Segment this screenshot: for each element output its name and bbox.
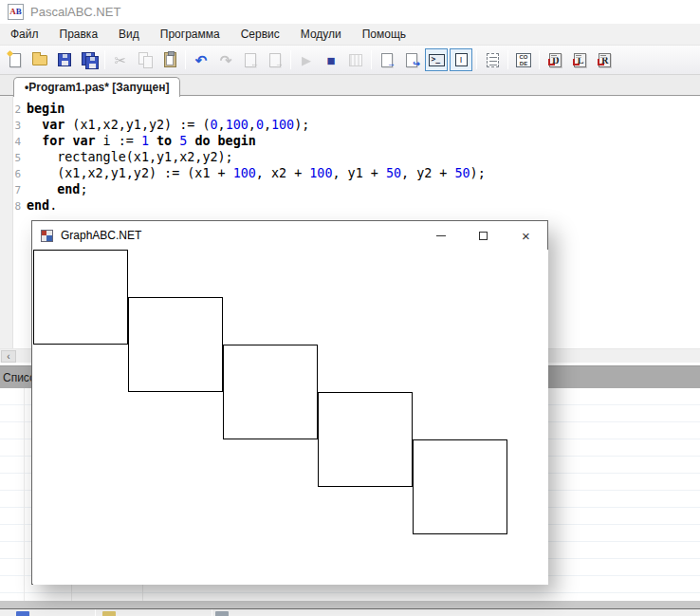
nav-forward-icon[interactable]: → [264, 48, 286, 71]
app-title: PascalABC.NET [30, 5, 120, 19]
toolbar-separator [476, 50, 477, 69]
open-file-icon[interactable] [28, 48, 51, 71]
code-line-8: 8end. [0, 197, 700, 214]
save-all-icon[interactable] [78, 48, 101, 71]
toolbar-separator [185, 50, 186, 69]
window-buttons: × [419, 221, 547, 250]
tab-program1[interactable]: •Program1.pas* [Запущен] [13, 77, 180, 97]
toolbar: ✂↶↷←→▶■→↪>_ICODEDLR [0, 46, 700, 75]
line-number: 3 [0, 118, 27, 134]
format-code-icon[interactable] [481, 48, 504, 71]
minimize-icon[interactable] [419, 221, 462, 250]
line-number: 4 [0, 134, 27, 150]
graph-rectangle-4 [318, 392, 413, 487]
bottom-taskbar [0, 608, 700, 616]
line-text: end; [27, 181, 88, 197]
error-list-column-divider [24, 388, 25, 601]
graphabc-form-icon [41, 230, 53, 242]
taskbar-icon-1[interactable] [16, 611, 29, 616]
code-lines: 2begin3 var (x1,x2,y1,y2) := (0,100,0,10… [0, 101, 700, 214]
logo-letter-b: B [16, 8, 22, 16]
taskbar-icon-3[interactable] [215, 611, 229, 616]
cut-icon[interactable]: ✂ [109, 48, 132, 71]
redo-icon[interactable]: ↷ [214, 48, 237, 71]
step-over-icon[interactable]: ↪ [400, 48, 423, 71]
tab-row: •Program1.pas* [Запущен] [0, 75, 700, 96]
graph-rectangle-5 [413, 439, 507, 534]
toolbar-separator [290, 50, 291, 69]
new-file-icon[interactable] [4, 48, 27, 71]
line-number: 2 [0, 102, 27, 118]
pascalabc-logo-icon: AB [8, 4, 24, 20]
main-title-bar: AB PascalABC.NET [0, 0, 700, 24]
export-d-icon[interactable]: D [543, 48, 566, 71]
code-line-3: 3 var (x1,x2,y1,y2) := (0,100,0,100); [0, 117, 700, 133]
show-text-window-icon[interactable]: I [450, 48, 472, 71]
export-r-icon[interactable]: R [593, 48, 616, 71]
line-text: var (x1,x2,y1,y2) := (0,100,0,100); [27, 117, 309, 133]
line-text: rectangle(x1,y1,x2,y2); [27, 149, 233, 165]
undo-icon[interactable]: ↶ [190, 48, 212, 71]
code-line-5: 5 rectangle(x1,y1,x2,y2); [0, 149, 700, 165]
code-line-2: 2begin [0, 101, 700, 117]
maximize-icon[interactable] [462, 221, 505, 250]
line-number: 8 [0, 198, 27, 215]
toolbar-separator [507, 50, 508, 69]
run-program-icon[interactable]: ▶ [295, 48, 318, 71]
menu-bar: ФайлПравкаВидПрограммаСервисМодулиПомощь [0, 24, 700, 46]
paste-icon[interactable] [158, 48, 181, 71]
nav-back-icon[interactable]: ← [239, 48, 262, 71]
line-text: for var i := 1 to 5 do begin [27, 133, 256, 149]
line-number: 7 [0, 182, 27, 198]
show-console-window-icon[interactable]: >_ [425, 48, 448, 71]
toolbar-separator [371, 50, 372, 69]
menu-item-2[interactable]: Правка [49, 24, 109, 45]
line-text: (x1,x2,y1,y2) := (x1 + 100, x2 + 100, y1… [27, 165, 486, 181]
graph-rectangle-3 [223, 345, 318, 439]
graph-rectangle-2 [128, 297, 223, 392]
step-into-icon[interactable]: → [376, 48, 398, 71]
graphabc-title: GraphABC.NET [61, 229, 141, 242]
graphabc-title-bar[interactable]: GraphABC.NET × [32, 221, 547, 250]
graphabc-canvas [33, 250, 548, 585]
compile-icon[interactable] [344, 48, 367, 71]
toolbar-separator [104, 50, 105, 69]
menu-item-6[interactable]: Модули [290, 24, 352, 45]
code-snippets-icon[interactable]: CODE [512, 48, 535, 71]
code-line-6: 6 (x1,x2,y1,y2) := (x1 + 100, x2 + 100, … [0, 165, 700, 181]
toolbar-separator [539, 50, 540, 69]
menu-item-7[interactable]: Помощь [352, 24, 416, 45]
stop-program-icon[interactable]: ■ [320, 48, 342, 71]
copy-icon[interactable] [134, 48, 157, 71]
line-number: 5 [0, 150, 27, 166]
line-text: end. [27, 197, 57, 214]
graph-rectangle-1 [33, 250, 128, 345]
line-number: 6 [0, 166, 27, 182]
menu-item-5[interactable]: Сервис [230, 24, 290, 45]
close-icon[interactable]: × [505, 221, 547, 250]
taskbar-icon-2[interactable] [102, 611, 116, 616]
export-l-icon[interactable]: L [568, 48, 591, 71]
taskbar-separator [95, 609, 96, 616]
menu-item-4[interactable]: Программа [150, 24, 230, 45]
line-text: begin [27, 101, 64, 117]
code-line-7: 7 end; [0, 181, 700, 197]
save-file-icon[interactable] [53, 48, 76, 71]
menu-item-3[interactable]: Вид [108, 24, 150, 45]
error-list-bottom-strip [0, 601, 700, 608]
code-line-4: 4 for var i := 1 to 5 do begin [0, 133, 700, 149]
taskbar-separator [212, 609, 212, 616]
scroll-left-arrow-icon[interactable]: ‹ [1, 350, 16, 363]
menu-item-1[interactable]: Файл [0, 24, 49, 45]
graphabc-window[interactable]: GraphABC.NET × [31, 220, 548, 585]
